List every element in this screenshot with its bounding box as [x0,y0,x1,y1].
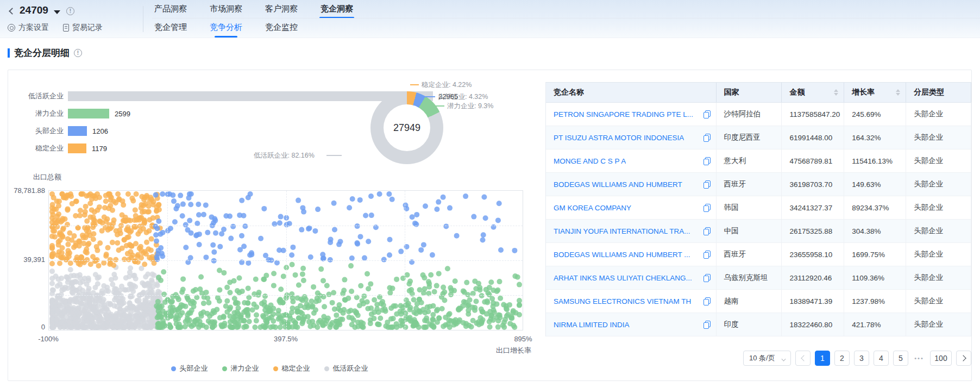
legend-item-头部企业[interactable]: 头部企业 [171,364,208,373]
y-tick-mid: 39,391 [8,255,45,264]
subtab-竞企管理[interactable]: 竞企管理 [153,20,188,38]
layer-share-donut-chart: 27949 [370,91,443,164]
tab-竞企洞察[interactable]: 竞企洞察 [319,0,354,18]
tab-客户洞察[interactable]: 客户洞察 [264,0,299,18]
table-row: PETRON SINGAPORE TRADING PTE L...沙特阿拉伯11… [546,103,971,126]
bar[interactable] [68,143,86,153]
bar-category-label: 低活跃企业 [16,91,68,101]
legend-item-潜力企业[interactable]: 潜力企业 [222,364,259,373]
subtab-竞争分析[interactable]: 竞争分析 [209,20,243,38]
growth-cell: 421.78% [844,313,906,336]
company-cell: BODEGAS WILLIAMS AND HUMBERT ... [546,243,717,266]
legend-dot [324,366,329,371]
gridline [49,226,523,226]
donut-leader-line [410,84,419,85]
legend-label: 头部企业 [180,364,208,373]
bar[interactable] [68,126,87,136]
bar[interactable] [68,109,109,118]
page-button-2[interactable]: 2 [834,351,850,366]
table-row: NIRMA LIMITED INDIA印度18322460.80421.78%头… [546,313,971,336]
bar-category-label: 稳定企业 [16,143,68,153]
copy-icon[interactable] [703,204,711,212]
subtab-竞企监控[interactable]: 竞企监控 [264,20,299,38]
copy-icon[interactable] [703,251,711,259]
page-button-100[interactable]: 100 [930,351,952,366]
next-page-button[interactable] [956,351,971,366]
pagination: 10 条/页12345•••100 [545,351,971,366]
copy-icon[interactable] [703,180,711,189]
copy-icon[interactable] [703,274,711,282]
page-button-4[interactable]: 4 [874,351,889,366]
page-button-1[interactable]: 1 [815,351,830,366]
layer-type-cell: 头部企业 [906,243,971,266]
plan-title[interactable]: 24709 [20,4,48,16]
company-link[interactable]: TIANJIN YOUFA INTERNATIONAL TRA... [554,227,690,235]
layer-type-cell: 头部企业 [906,126,971,149]
prev-page-button[interactable] [795,351,811,366]
secondary-tabs: 竞企管理竞争分析竞企监控 [153,20,299,37]
table-row: BODEGAS WILLIAMS AND HUMBERT西班牙36198703.… [546,173,971,196]
document-icon [63,24,69,32]
company-link[interactable]: BODEGAS WILLIAMS AND HUMBERT ... [554,251,690,259]
company-cell: PETRON SINGAPORE TRADING PTE L... [546,103,717,126]
layer-type-cell: 头部企业 [906,103,971,126]
country-cell: 西班牙 [717,243,782,266]
copy-icon[interactable] [703,110,711,118]
bar-value: 2599 [115,110,130,118]
company-cell: MONGE AND C S P A [546,149,717,172]
trade-records-button[interactable]: 贸易记录 [63,23,103,33]
company-cell: BODEGAS WILLIAMS AND HUMBERT [546,173,717,196]
copy-icon[interactable] [703,297,711,305]
bar[interactable] [68,91,433,101]
trade-records-label: 贸易记录 [72,23,103,33]
column-header-金额[interactable]: 金额 [782,83,844,102]
column-header-增长率[interactable]: 增长率 [844,83,906,102]
layer-type-cell: 头部企业 [906,196,971,219]
tab-产品洞察[interactable]: 产品洞察 [153,0,188,18]
copy-icon[interactable] [703,227,711,235]
company-link[interactable]: MONGE AND C S P A [554,157,626,165]
country-cell: 西班牙 [717,173,782,196]
company-link[interactable]: SAMSUNG ELECTRONICS VIETNAM TH [554,297,691,305]
scatter-x-title: 出口增长率 [496,346,531,355]
amount-cell: 61991448.00 [782,126,844,149]
legend-item-低活跃企业[interactable]: 低活跃企业 [324,364,368,373]
tab-市场洞察[interactable]: 市场洞察 [209,0,243,18]
growth-cell: 304.38% [844,220,906,242]
company-link[interactable]: NIRMA LIMITED INDIA [554,321,630,329]
competitor-layering-card: 低活跃企业22965潜力企业2599头部企业1206稳定企业1179 27949… [8,70,972,381]
copy-icon[interactable] [703,134,711,142]
sort-carets[interactable] [896,89,900,96]
page-button-3[interactable]: 3 [854,351,869,366]
section-header: 竞企分层明细 ! [8,47,82,59]
column-header-label: 分层类型 [914,88,944,97]
amount-cell: 47568789.81 [782,149,844,172]
table-row: PT ISUZU ASTRA MOTOR INDONESIA印度尼西亚61991… [546,126,971,149]
table-header-row: 竞企名称国家金额增长率分层类型 [546,82,971,103]
page-ellipsis[interactable]: ••• [913,355,926,361]
legend-item-稳定企业[interactable]: 稳定企业 [273,364,310,373]
company-link[interactable]: PETRON SINGAPORE TRADING PTE L... [554,110,693,118]
layer-type-cell: 头部企业 [906,173,971,196]
copy-icon[interactable] [703,157,711,165]
company-link[interactable]: ARHAT INKS MAS ULIYATI CHEKLANG... [554,274,692,282]
copy-icon[interactable] [703,321,711,329]
caret-down-icon[interactable] [54,10,60,14]
plan-settings-button[interactable]: 方案设置 [8,23,49,33]
back-icon[interactable] [9,8,16,15]
column-header-label: 竞企名称 [554,88,584,97]
company-cell: SAMSUNG ELECTRONICS VIETNAM TH [546,290,717,313]
header-divider [143,6,143,32]
company-link[interactable]: PT ISUZU ASTRA MOTOR INDONESIA [554,134,684,142]
company-link[interactable]: GM KOREA COMPANY [554,204,631,212]
sort-carets[interactable] [834,89,838,96]
section-info-icon[interactable]: ! [74,49,82,57]
company-link[interactable]: BODEGAS WILLIAMS AND HUMBERT [554,180,682,189]
info-icon[interactable]: ! [66,7,74,15]
page-button-5[interactable]: 5 [893,351,908,366]
amount-cell: 26175325.88 [782,220,844,242]
layer-type-cell: 头部企业 [906,266,971,289]
legend-label: 潜力企业 [231,364,259,373]
page-size-select[interactable]: 10 条/页 [743,351,791,366]
legend-label: 稳定企业 [282,364,310,373]
